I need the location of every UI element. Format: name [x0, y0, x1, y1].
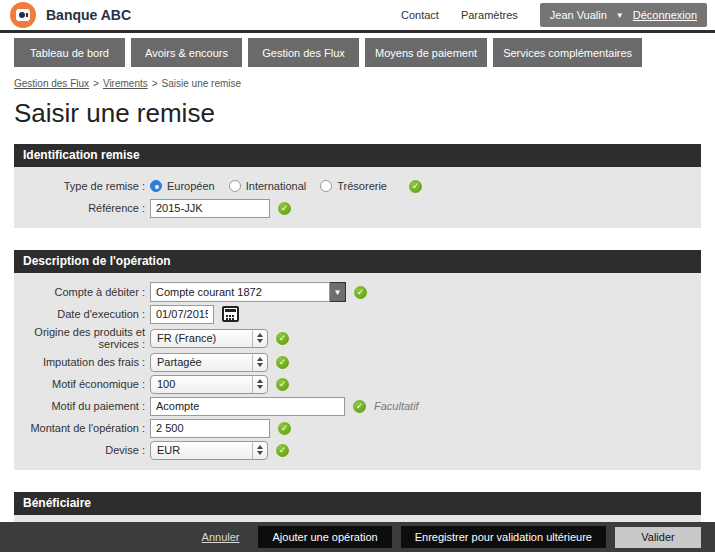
- field-reference: Référence : ✓: [14, 198, 701, 218]
- radio-tresorerie-label: Trésorerie: [337, 180, 387, 192]
- valid-check-icon: ✓: [276, 356, 289, 369]
- breadcrumb-gestion-des-flux[interactable]: Gestion des Flux: [14, 78, 89, 89]
- validate-button[interactable]: Valider: [615, 527, 701, 548]
- radio-europeen-control[interactable]: [150, 180, 162, 192]
- nav-services-complementaires[interactable]: Services complémentaires: [493, 38, 642, 67]
- imputation-frais-value: Partagée: [151, 356, 252, 368]
- radio-tresorerie-control[interactable]: [320, 180, 332, 192]
- type-de-remise-label: Type de remise :: [14, 180, 145, 192]
- field-origine-produits: Origine des produits et services : FR (F…: [14, 326, 701, 350]
- motif-economique-label: Motif économique :: [14, 378, 145, 390]
- user-menu[interactable]: Jean Vualin ▼ Déconnexion: [540, 3, 707, 27]
- select-stepper-icon[interactable]: [252, 330, 267, 347]
- page-title: Saisir une remise: [14, 98, 701, 129]
- montant-operation-label: Montant de l'opération :: [14, 422, 145, 434]
- compte-a-debiter-value[interactable]: Compte courant 1872: [150, 282, 330, 302]
- section-identification-body: Type de remise : Européen International …: [14, 167, 701, 228]
- field-devise: Devise : EUR ✓: [14, 440, 701, 460]
- app-window: Banque ABC Contact Paramètres Jean Vuali…: [0, 0, 715, 552]
- top-bar: Banque ABC Contact Paramètres Jean Vuali…: [0, 0, 715, 30]
- field-compte-a-debiter: Compte à débiter : Compte courant 1872 ▼…: [14, 282, 701, 302]
- nav-moyens-de-paiement[interactable]: Moyens de paiement: [365, 38, 487, 67]
- user-name: Jean Vualin: [550, 9, 607, 21]
- brand-logo-dot: [19, 12, 25, 18]
- action-bar: Annuler Ajouter une opération Enregistre…: [0, 522, 715, 552]
- field-date-execution: Date d'execution :: [14, 304, 701, 324]
- breadcrumb-current: Saisie une remise: [162, 78, 241, 89]
- add-operation-button[interactable]: Ajouter une opération: [258, 526, 391, 548]
- radio-international-label: International: [246, 180, 307, 192]
- breadcrumb-virements[interactable]: Virements: [103, 78, 148, 89]
- origine-produits-value: FR (France): [151, 332, 252, 344]
- breadcrumb-separator: >: [152, 78, 158, 89]
- motif-paiement-label: Motif du paiement :: [14, 400, 145, 412]
- breadcrumb: Gestion des Flux>Virements>Saisie une re…: [14, 78, 701, 89]
- section-description-operation: Description de l'opération Compte à débi…: [14, 250, 701, 470]
- field-imputation-frais: Imputation des frais : Partagée ✓: [14, 352, 701, 372]
- valid-check-icon: ✓: [409, 180, 422, 193]
- section-description-header: Description de l'opération: [14, 250, 701, 273]
- field-montant-operation: Montant de l'opération : ✓: [14, 418, 701, 438]
- field-motif-paiement: Motif du paiement : ✓ Facultatif: [14, 396, 701, 416]
- section-identification-header: Identification remise: [14, 144, 701, 167]
- contact-link[interactable]: Contact: [401, 9, 439, 21]
- motif-economique-value: 100: [151, 378, 252, 390]
- radio-international-control[interactable]: [229, 180, 241, 192]
- valid-check-icon: ✓: [276, 332, 289, 345]
- devise-value: EUR: [151, 444, 252, 456]
- section-identification-remise: Identification remise Type de remise : E…: [14, 144, 701, 228]
- compte-a-debiter-label: Compte à débiter :: [14, 286, 145, 298]
- main-nav: Tableau de bord Avoirs & encours Gestion…: [0, 33, 715, 72]
- radio-tresorerie[interactable]: Trésorerie: [320, 180, 387, 192]
- valid-check-icon: ✓: [276, 378, 289, 391]
- select-stepper-icon[interactable]: [252, 442, 267, 459]
- valid-check-icon: ✓: [353, 400, 366, 413]
- brand-logo-nub: [26, 13, 28, 17]
- facultatif-hint: Facultatif: [374, 400, 419, 412]
- valid-check-icon: ✓: [278, 422, 291, 435]
- origine-produits-label: Origine des produits et services :: [14, 326, 145, 350]
- imputation-frais-label: Imputation des frais :: [14, 356, 145, 368]
- combobox-dropdown-icon[interactable]: ▼: [330, 282, 346, 302]
- calendar-icon[interactable]: [222, 306, 239, 322]
- valid-check-icon: ✓: [276, 444, 289, 457]
- motif-paiement-input[interactable]: [150, 397, 345, 416]
- compte-a-debiter-combobox[interactable]: Compte courant 1872 ▼: [150, 282, 346, 302]
- devise-label: Devise :: [14, 444, 145, 456]
- section-description-body: Compte à débiter : Compte courant 1872 ▼…: [14, 273, 701, 470]
- field-motif-economique: Motif économique : 100 ✓: [14, 374, 701, 394]
- nav-tableau-de-bord[interactable]: Tableau de bord: [14, 38, 125, 67]
- brand-logo-inner: [16, 9, 30, 21]
- motif-economique-select[interactable]: 100: [150, 375, 268, 394]
- valid-check-icon: ✓: [278, 202, 291, 215]
- select-stepper-icon[interactable]: [252, 376, 267, 393]
- valid-check-icon: ✓: [354, 286, 367, 299]
- imputation-frais-select[interactable]: Partagée: [150, 353, 268, 372]
- reference-label: Référence :: [14, 202, 145, 214]
- cancel-link[interactable]: Annuler: [202, 531, 240, 543]
- breadcrumb-separator: >: [93, 78, 99, 89]
- field-type-de-remise: Type de remise : Européen International …: [14, 176, 701, 196]
- radio-europeen-label: Européen: [167, 180, 215, 192]
- select-stepper-icon[interactable]: [252, 354, 267, 371]
- chevron-down-icon[interactable]: ▼: [616, 11, 624, 20]
- date-execution-label: Date d'execution :: [14, 308, 145, 320]
- radio-europeen[interactable]: Européen: [150, 180, 215, 192]
- brand-name: Banque ABC: [46, 7, 131, 23]
- save-for-later-button[interactable]: Enregistrer pour validation ultérieure: [401, 526, 606, 548]
- section-beneficiaire-header: Bénéficiaire: [14, 492, 701, 515]
- brand-logo-icon: [10, 2, 36, 28]
- nav-gestion-des-flux[interactable]: Gestion des Flux: [248, 38, 359, 67]
- date-execution-input[interactable]: [150, 305, 214, 324]
- origine-produits-select[interactable]: FR (France): [150, 329, 268, 348]
- nav-avoirs-encours[interactable]: Avoirs & encours: [131, 38, 242, 67]
- radio-international[interactable]: International: [229, 180, 307, 192]
- reference-input[interactable]: [150, 199, 270, 218]
- devise-select[interactable]: EUR: [150, 441, 268, 460]
- logout-link[interactable]: Déconnexion: [633, 9, 697, 21]
- montant-operation-input[interactable]: [150, 419, 270, 438]
- parametres-link[interactable]: Paramètres: [461, 9, 518, 21]
